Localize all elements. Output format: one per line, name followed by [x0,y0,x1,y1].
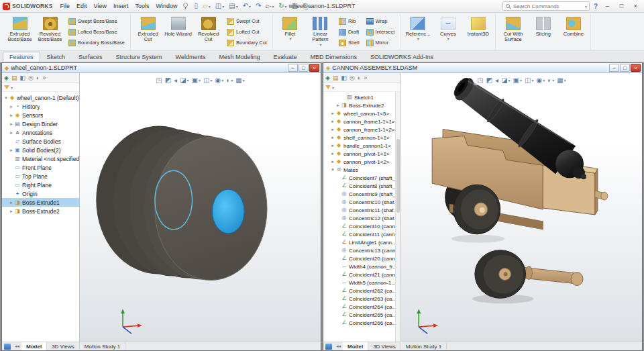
window-close-button[interactable]: × [631,64,641,72]
dropdown-caret[interactable]: ▾ [222,4,224,9]
section-view-button[interactable]: ◪▾ [180,77,189,85]
tab-evaluate[interactable]: Evaluate [267,52,304,62]
ribbon-lofted-boss-base-button[interactable]: Lofted Boss/Base [66,27,127,37]
search-input[interactable] [512,3,585,10]
tree-item[interactable]: ∠Coincident8 (shaft_ [323,182,400,190]
zoom-fit-button[interactable]: ◳ [156,77,162,85]
tree-item[interactable]: ▸◨Boss-Extrude2 [2,207,79,215]
ribbon-boundary-cut-button[interactable]: Boundary Cut [224,38,270,48]
ribbon-swept-cut-button[interactable]: Swept Cut [224,16,270,26]
tree-item[interactable]: ▸◨Boss-Extrude1 [2,198,79,207]
view-orientation-button[interactable]: ▣▾ [513,77,522,85]
tree-filter-row[interactable]: ▾ [323,83,400,92]
ribbon-mirror-button[interactable]: Mirror [364,38,398,48]
expand-arrow[interactable]: ▸ [330,111,335,116]
dropdown-caret[interactable]: ▾ [236,4,238,9]
tab-structure-system[interactable]: Structure System [109,52,169,62]
tree-item[interactable]: ◎Concentric11 (shaf... [323,206,400,214]
tree-item[interactable]: ▸▤Design Binder [2,119,79,128]
tree-item[interactable]: ∠Coincident21 (cann... [323,270,400,279]
property-manager-tab[interactable]: ▤ [333,74,339,81]
menu-pin-icon[interactable] [182,3,189,9]
menu-insert[interactable]: Insert [110,1,132,11]
expand-arrow[interactable]: ▸ [330,127,335,132]
hide-show-items-button[interactable]: ◉▾ [215,77,224,85]
expand-arrow[interactable]: ▸ [9,209,14,214]
dropdown-caret[interactable]: ▾ [231,77,233,85]
dropdown-caret[interactable]: ▾ [209,4,211,9]
dropdown-caret[interactable]: ▾ [552,77,554,85]
tree-item[interactable]: ▸◉Sensors [2,111,79,119]
tree-scrollbar-thumb[interactable] [396,139,400,213]
window-minimize-button[interactable]: – [288,64,298,72]
zoom-area-button[interactable]: ◩ [486,77,492,85]
open-document-button[interactable]: ▱▾ [201,1,213,11]
panel-tabs-overflow[interactable]: » [364,74,367,81]
expand-arrow[interactable]: ▸ [9,104,14,109]
dropdown-caret[interactable]: ▾ [289,37,291,42]
tree-item[interactable]: ▭Top Plane [2,172,79,181]
ribbon-draft-button[interactable]: Draft [336,27,362,37]
expand-arrow[interactable]: ▾ [330,167,335,172]
dropdown-caret[interactable]: ▾ [211,77,213,85]
property-manager-tab[interactable]: ▤ [11,74,17,81]
dimxpert-manager-tab[interactable]: ◎ [350,74,355,81]
previous-view-button[interactable]: ◂ [495,77,498,85]
ribbon-linear-pattern-button[interactable]: Linear Pattern▾ [305,14,335,50]
menu-tools[interactable]: Tools [131,1,152,11]
ribbon-shell-button[interactable]: Shell [336,38,362,48]
ribbon-revolved-cut-button[interactable]: Revolved Cut [193,14,223,50]
expand-arrow[interactable]: ▸ [9,130,14,136]
tree-item[interactable]: ∠Coincident266 (ca... [323,319,400,327]
tab-mbd-dimensions[interactable]: MBD Dimensions [304,52,364,62]
window-maximize-button[interactable]: □ [299,64,309,72]
save-document-button[interactable]: ◫▾ [213,1,226,11]
tree-item[interactable]: ▸◔History [2,102,79,111]
ribbon-boundary-boss-base-button[interactable]: Boundary Boss/Base [66,38,127,48]
edit-appearance-button[interactable]: ◐▾ [547,77,554,85]
tree-item[interactable]: ▾⊚Mates [323,166,400,174]
tree-item[interactable]: ▸◆cannon_pivot-1<2> [323,158,400,166]
app-maximize-button[interactable]: □ [616,1,627,11]
dropdown-caret[interactable]: ▾ [417,37,419,42]
window-minimize-button[interactable]: – [609,64,619,72]
expand-arrow[interactable]: ▸ [330,151,335,156]
display-manager-tab[interactable]: ◐ [36,74,40,81]
dropdown-caret[interactable]: ▾ [520,77,522,85]
tree-item[interactable]: ▸◆wheel_canon-1<5> [323,109,400,117]
edit-appearance-button[interactable]: ◐▾ [226,77,233,85]
tree-item[interactable]: ▥Material <not specified> [2,154,79,163]
tab-surfaces[interactable]: Surfaces [72,52,109,62]
tab-scroll-arrows[interactable]: ◂◂ [334,344,343,349]
window-close-button[interactable]: × [309,64,319,72]
tab-sketch[interactable]: Sketch [40,52,72,62]
tree-item[interactable]: ◎Concentric9 (shaft_ [323,190,400,198]
bottom-tab-3d-views[interactable]: 3D Views [47,342,80,350]
configuration-manager-tab[interactable]: ◧ [341,74,347,81]
ribbon-cut-with-surface-button[interactable]: Cut With Surface [498,14,528,50]
tree-item[interactable]: ▭Right Plane [2,181,79,189]
select-button[interactable]: ▻▾ [264,1,276,11]
tree-item[interactable]: ↔Width5 (cannon-1... [323,279,400,287]
menu-view[interactable]: View [91,1,110,11]
tree-item[interactable]: ∠Coincident262 (ca... [323,287,400,295]
dimxpert-manager-tab[interactable]: ◎ [28,74,34,81]
tree-item[interactable]: ▭Front Plane [2,163,79,172]
dropdown-caret[interactable]: ▾ [199,77,201,85]
redo-button[interactable]: ↷ [254,1,263,11]
new-document-button[interactable]: ▯ [193,1,201,11]
tree-item[interactable]: ◎Concentric10 (shaf... [323,198,400,206]
ribbon-rib-button[interactable]: Rib [336,16,362,26]
tree-item[interactable]: ∠Coincident7 (shaft_ [323,174,400,182]
window-maximize-button[interactable]: □ [620,64,630,72]
ribbon-extruded-boss-base-button[interactable]: Extruded Boss/Base [5,14,35,50]
tree-item[interactable]: ∠Coincident264 (ca... [323,303,400,311]
ribbon-extruded-cut-button[interactable]: Extruded Cut [133,14,163,50]
expand-arrow[interactable]: ▸ [9,200,14,205]
ribbon-curves-button[interactable]: Curves▾ [433,14,463,50]
tab-solidworks-add-ins[interactable]: SOLIDWORKS Add-Ins [364,52,440,62]
dropdown-caret[interactable]: ▾ [543,77,545,85]
tree-item[interactable]: ▸AAnnotations [2,128,79,137]
bottom-tab-model[interactable]: Model [21,342,47,350]
feature-manager-tab[interactable]: ◈ [4,74,9,81]
